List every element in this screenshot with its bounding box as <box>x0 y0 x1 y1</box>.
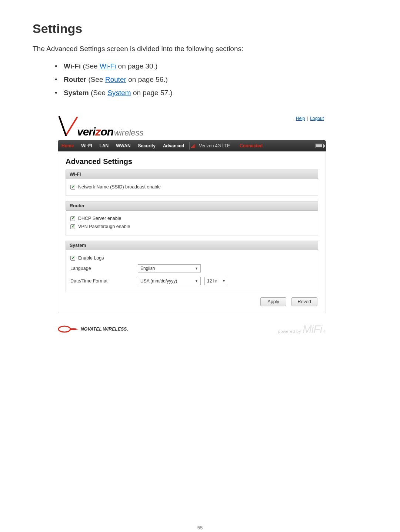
row-vpn: VPN Passthrough enable <box>70 222 313 231</box>
bullet-bold: Wi-Fi <box>64 62 81 70</box>
checkbox-vpn[interactable] <box>70 224 75 229</box>
label-language: Language <box>70 266 138 271</box>
select-language-value: English <box>140 266 155 271</box>
verizon-wordmark: verizonwireless <box>77 126 144 138</box>
nav-bar: Home Wi-FI LAN WWAN Security Advanced Ve… <box>58 140 326 151</box>
tab-lan[interactable]: LAN <box>96 140 113 151</box>
label-vpn: VPN Passthrough enable <box>78 224 130 229</box>
tab-security[interactable]: Security <box>134 140 159 151</box>
signal-icon <box>191 144 195 148</box>
mifi-logo: MiFi <box>303 323 322 335</box>
row-enable-logs: Enable Logs <box>70 254 313 262</box>
tab-wifi[interactable]: Wi-FI <box>77 140 96 151</box>
screenshot-panel: Help | Logout verizonwireless Home Wi-FI… <box>47 108 336 340</box>
brand-wireless: wireless <box>114 128 143 138</box>
nav-status: Verizon 4G LTE Connected <box>191 143 263 148</box>
button-row: Apply Revert <box>66 297 318 306</box>
select-timefmt[interactable]: 12 hr ▼ <box>204 277 228 285</box>
bullet-post: on page 56.) <box>126 76 168 83</box>
tab-advanced[interactable]: Advanced <box>159 140 188 151</box>
brand-veri: veri <box>77 126 95 138</box>
section-wifi: Wi-Fi Network Name (SSID) broadcast enab… <box>66 170 318 196</box>
revert-button[interactable]: Revert <box>291 297 317 306</box>
footer-left: NOVATEL WIRELESS. <box>58 325 128 333</box>
help-link[interactable]: Help <box>296 116 305 121</box>
section-system: System Enable Logs Language English ▼ Da… <box>66 241 318 292</box>
section-head-wifi: Wi-Fi <box>66 170 318 179</box>
section-head-router: Router <box>66 201 318 211</box>
label-ssid-broadcast: Network Name (SSID) broadcast enable <box>78 184 161 190</box>
chevron-down-icon: ▼ <box>195 267 198 270</box>
page-heading: Settings <box>33 21 367 36</box>
checkbox-dhcp[interactable] <box>70 216 75 221</box>
nav-divider <box>189 142 190 150</box>
powered-by-label: powered by <box>278 329 301 334</box>
label-enable-logs: Enable Logs <box>78 255 104 261</box>
tab-home[interactable]: Home <box>58 140 77 151</box>
brand-z: z <box>95 126 100 138</box>
verizon-logo: verizonwireless <box>58 113 326 138</box>
link-separator: | <box>307 116 308 121</box>
footer-right: powered by MiFi ® <box>278 323 326 335</box>
bullet-wifi: Wi-Fi (See Wi-Fi on page 30.) <box>55 60 367 73</box>
bullet-pre: (See <box>86 76 105 83</box>
svg-point-0 <box>59 326 70 332</box>
row-dhcp: DHCP Server enable <box>70 214 313 222</box>
page-number: 55 <box>33 525 367 531</box>
select-timefmt-value: 12 hr <box>207 278 217 284</box>
chevron-down-icon: ▼ <box>195 279 198 283</box>
bullet-bold: System <box>64 89 89 97</box>
verizon-check-icon <box>58 115 79 138</box>
label-datefmt: Date/Time Format <box>70 278 138 284</box>
brand-on: on <box>100 126 113 138</box>
connected-label: Connected <box>240 143 263 148</box>
advanced-settings-panel: Advanced Settings Wi-Fi Network Name (SS… <box>58 151 326 313</box>
checkbox-enable-logs[interactable] <box>70 256 75 261</box>
section-head-system: System <box>66 241 318 250</box>
bullet-pre: (See <box>81 62 100 70</box>
bullet-list: Wi-Fi (See Wi-Fi on page 30.) Router (Se… <box>55 60 367 100</box>
checkbox-ssid-broadcast[interactable] <box>70 185 75 190</box>
panel-title: Advanced Settings <box>66 157 318 166</box>
select-datefmt[interactable]: USA (mm/dd/yyyy) ▼ <box>138 277 201 285</box>
top-links: Help | Logout <box>296 116 324 121</box>
chevron-down-icon: ▼ <box>222 279 226 283</box>
label-dhcp: DHCP Server enable <box>78 216 121 221</box>
bullet-router: Router (See Router on page 56.) <box>55 73 367 86</box>
bullet-system: System (See System on page 57.) <box>55 86 367 100</box>
apply-button[interactable]: Apply <box>260 297 286 306</box>
novatel-label: NOVATEL WIRELESS. <box>81 327 128 332</box>
intro-text: The Advanced Settings screen is divided … <box>33 45 367 53</box>
novatel-swoosh-icon <box>58 325 79 333</box>
bullet-bold: Router <box>64 76 86 83</box>
select-datefmt-value: USA (mm/dd/yyyy) <box>140 278 177 284</box>
carrier-label: Verizon 4G LTE <box>199 143 230 148</box>
bullet-link-system[interactable]: System <box>107 89 131 97</box>
bullet-post: on page 30.) <box>116 62 157 70</box>
bullet-link-wifi[interactable]: Wi-Fi <box>100 62 116 70</box>
bullet-post: on page 57.) <box>131 89 173 97</box>
battery-icon <box>316 144 324 148</box>
row-ssid-broadcast: Network Name (SSID) broadcast enable <box>70 183 313 191</box>
tab-wwan[interactable]: WWAN <box>112 140 134 151</box>
row-language: Language English ▼ <box>70 262 313 275</box>
select-language[interactable]: English ▼ <box>138 264 201 272</box>
bullet-link-router[interactable]: Router <box>105 76 126 83</box>
logout-link[interactable]: Logout <box>310 116 324 121</box>
section-router: Router DHCP Server enable VPN Passthroug… <box>66 201 318 235</box>
footer: NOVATEL WIRELESS. powered by MiFi ® <box>58 323 326 335</box>
row-datefmt: Date/Time Format USA (mm/dd/yyyy) ▼ 12 h… <box>70 275 313 287</box>
bullet-pre: (See <box>89 89 108 97</box>
registered-mark: ® <box>323 330 326 334</box>
